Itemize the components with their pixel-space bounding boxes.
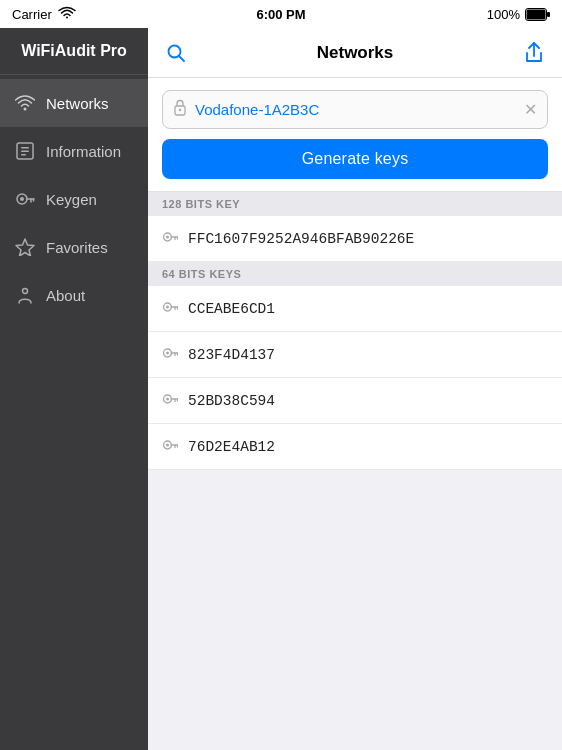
sidebar-keygen-label: Keygen — [46, 191, 97, 208]
key-icon-64-2 — [162, 391, 178, 410]
app-title: WiFiAudit Pro — [0, 28, 148, 75]
sidebar-about-label: About — [46, 287, 85, 304]
about-icon — [14, 284, 36, 306]
carrier-label: Carrier — [12, 7, 52, 22]
network-input-row: ✕ — [162, 90, 548, 129]
key-row-64-0[interactable]: CCEABE6CD1 — [148, 286, 562, 332]
svg-rect-6 — [21, 151, 29, 153]
battery-label: 100% — [487, 7, 520, 22]
svg-point-3 — [24, 108, 27, 111]
key-row-64-3[interactable]: 76D2E4AB12 — [148, 424, 562, 470]
key-value-128: FFC1607F9252A946BFAB90226E — [188, 231, 414, 247]
key-value-64-2: 52BD38C594 — [188, 393, 275, 409]
main-layout: WiFiAudit Pro Networks — [0, 28, 562, 750]
keygen-panel: ✕ Generate keys — [148, 78, 562, 192]
key-icon-64-3 — [162, 437, 178, 456]
svg-point-30 — [166, 352, 169, 355]
lock-icon — [173, 99, 187, 120]
key-icon-128 — [162, 229, 178, 248]
sidebar-nav: Networks Information — [0, 75, 148, 750]
content-area: Networks ✕ — [148, 28, 562, 750]
svg-point-20 — [166, 236, 169, 239]
network-name-input[interactable] — [195, 101, 524, 118]
key-row-128[interactable]: FFC1607F9252A946BFAB90226E — [148, 216, 562, 262]
share-icon — [524, 42, 544, 64]
battery-icon — [525, 8, 550, 21]
sidebar-information-label: Information — [46, 143, 121, 160]
keys-container: 128 BITS KEY FFC1607F9252A946BFAB90226E … — [148, 192, 562, 750]
svg-point-9 — [20, 197, 24, 201]
svg-line-16 — [179, 56, 184, 61]
key-icon-64-1 — [162, 345, 178, 364]
sidebar-favorites-label: Favorites — [46, 239, 108, 256]
section-64bit-header: 64 BITS KEYS — [148, 262, 562, 286]
generate-keys-button[interactable]: Generate keys — [162, 139, 548, 179]
favorites-icon — [14, 236, 36, 258]
networks-icon — [14, 92, 36, 114]
svg-rect-1 — [527, 9, 546, 19]
status-bar-left: Carrier — [12, 6, 77, 22]
keygen-icon — [14, 188, 36, 210]
sidebar-item-about[interactable]: About — [0, 271, 148, 319]
svg-point-40 — [166, 444, 169, 447]
svg-rect-2 — [547, 12, 550, 17]
status-bar-time: 6:00 PM — [256, 7, 305, 22]
sidebar-networks-label: Networks — [46, 95, 109, 112]
svg-rect-7 — [21, 154, 26, 156]
svg-rect-5 — [21, 147, 29, 149]
section-128bit-header: 128 BITS KEY — [148, 192, 562, 216]
key-value-64-3: 76D2E4AB12 — [188, 439, 275, 455]
key-row-64-2[interactable]: 52BD38C594 — [148, 378, 562, 424]
search-button[interactable] — [162, 39, 190, 67]
key-row-64-1[interactable]: 823F4D4137 — [148, 332, 562, 378]
status-bar: Carrier 6:00 PM 100% — [0, 0, 562, 28]
svg-point-25 — [166, 306, 169, 309]
svg-point-18 — [179, 109, 181, 111]
content-header: Networks — [148, 28, 562, 78]
wifi-status-icon — [57, 6, 77, 22]
key-icon-64-0 — [162, 299, 178, 318]
clear-input-icon[interactable]: ✕ — [524, 100, 537, 119]
svg-marker-13 — [16, 239, 34, 256]
share-button[interactable] — [520, 38, 548, 68]
svg-point-14 — [23, 289, 28, 294]
key-value-64-1: 823F4D4137 — [188, 347, 275, 363]
svg-point-35 — [166, 398, 169, 401]
sidebar: WiFiAudit Pro Networks — [0, 28, 148, 750]
information-icon — [14, 140, 36, 162]
sidebar-item-favorites[interactable]: Favorites — [0, 223, 148, 271]
sidebar-item-keygen[interactable]: Keygen — [0, 175, 148, 223]
content-title: Networks — [317, 43, 394, 63]
key-value-64-0: CCEABE6CD1 — [188, 301, 275, 317]
search-icon — [166, 43, 186, 63]
sidebar-item-networks[interactable]: Networks — [0, 79, 148, 127]
status-bar-right: 100% — [487, 7, 550, 22]
sidebar-item-information[interactable]: Information — [0, 127, 148, 175]
